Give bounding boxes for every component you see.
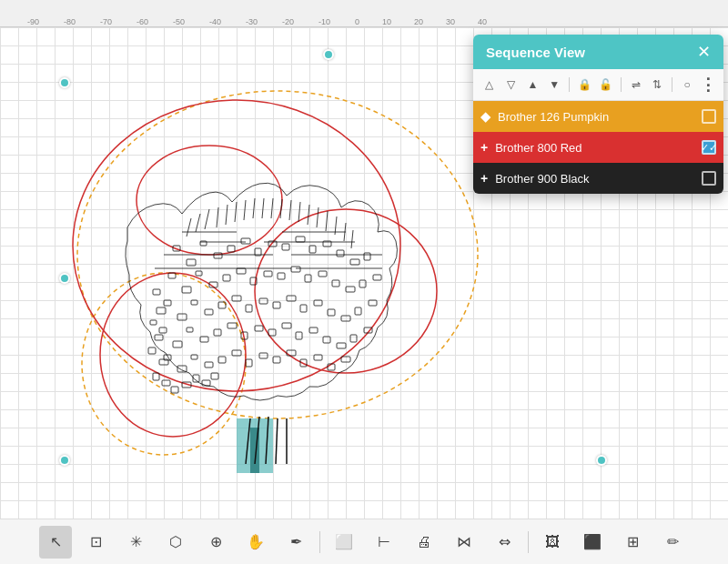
svg-rect-58: [164, 300, 171, 306]
svg-point-3: [100, 273, 246, 437]
black-layer-checkbox[interactable]: [702, 171, 716, 186]
svg-rect-50: [278, 273, 285, 279]
svg-rect-61: [205, 309, 213, 315]
svg-rect-112: [171, 387, 178, 393]
svg-point-5: [136, 146, 282, 255]
svg-line-11: [217, 207, 218, 227]
panel-header: Sequence View ✕: [473, 35, 723, 69]
svg-line-22: [317, 207, 318, 227]
zoom-tool-button[interactable]: ⊕: [199, 526, 232, 559]
toolbar-separator-2: [528, 531, 529, 553]
svg-rect-81: [255, 326, 263, 331]
svg-rect-32: [241, 238, 250, 244]
select-tool-button[interactable]: ↖: [39, 526, 72, 559]
image-button[interactable]: 🖼: [536, 526, 569, 559]
svg-line-128: [276, 418, 278, 464]
layer-row-pumpkin[interactable]: ◆ Brother 126 Pumpkin: [473, 101, 723, 132]
svg-rect-77: [200, 337, 208, 342]
move-down-icon[interactable]: ▽: [502, 76, 521, 94]
flip-v-icon[interactable]: ⇅: [648, 76, 666, 94]
more-options-icon[interactable]: ⋮: [700, 75, 716, 95]
sequence-panel: Sequence View ✕ △ ▽ ▲ ▼ 🔒 🔓 ⇌ ⇅ ○ ⋮ ◆ Br…: [473, 35, 723, 194]
svg-rect-43: [182, 287, 191, 293]
image3-button[interactable]: ⊞: [616, 526, 649, 559]
svg-line-9: [196, 214, 200, 232]
svg-rect-44: [196, 271, 202, 276]
svg-line-21: [308, 205, 309, 225]
node-edit-tool-button[interactable]: ✳: [119, 526, 152, 559]
crop-button[interactable]: ⊢: [368, 526, 400, 559]
layer-row-black[interactable]: + Brother 900 Black: [473, 163, 723, 194]
svg-rect-93: [205, 362, 213, 368]
svg-rect-74: [159, 327, 167, 333]
svg-rect-79: [228, 323, 237, 328]
svg-line-15: [253, 198, 255, 218]
handle-top-left[interactable]: [59, 77, 70, 88]
svg-rect-68: [300, 305, 307, 312]
svg-point-0: [77, 91, 478, 418]
unlock-icon[interactable]: 🔓: [597, 76, 615, 94]
svg-rect-65: [259, 298, 268, 304]
svg-rect-56: [359, 280, 366, 287]
toolbar-separator: [319, 531, 320, 553]
edit-button[interactable]: ✏: [656, 526, 689, 559]
print-button[interactable]: 🖨: [408, 526, 440, 559]
tree-illustration: [55, 64, 500, 500]
layer-row-red[interactable]: + Brother 800 Red ✓: [473, 132, 723, 163]
move-up-icon[interactable]: △: [480, 76, 499, 94]
svg-rect-88: [350, 335, 357, 342]
pen-tool-button[interactable]: ✒: [279, 526, 312, 559]
svg-rect-107: [155, 335, 163, 340]
move-top-icon[interactable]: ▲: [524, 76, 542, 94]
handle-bottom-middle[interactable]: [596, 455, 607, 466]
svg-rect-35: [282, 244, 289, 250]
svg-rect-96: [246, 359, 252, 367]
align-tool-button[interactable]: ⊡: [79, 526, 112, 559]
svg-rect-78: [214, 329, 221, 336]
svg-rect-111: [162, 380, 170, 386]
flip-h-icon[interactable]: ⇌: [627, 76, 645, 94]
panel-close-button[interactable]: ✕: [697, 44, 711, 60]
svg-rect-47: [237, 268, 246, 274]
handle-bottom-left[interactable]: [59, 455, 70, 466]
red-layer-checkbox[interactable]: ✓: [702, 140, 716, 155]
toolbar-separator-2: [621, 77, 622, 92]
svg-rect-67: [287, 296, 296, 301]
svg-rect-84: [296, 332, 302, 339]
svg-rect-86: [323, 337, 330, 343]
svg-rect-116: [211, 373, 218, 379]
black-layer-label: Brother 900 Black: [495, 172, 702, 186]
svg-rect-51: [291, 267, 300, 272]
circle-icon[interactable]: ○: [678, 76, 696, 94]
svg-rect-39: [337, 250, 344, 257]
svg-rect-37: [309, 246, 316, 253]
svg-rect-108: [148, 347, 156, 354]
image2-button[interactable]: ⬛: [576, 526, 609, 559]
pan-tool-button[interactable]: ✋: [239, 526, 272, 559]
svg-rect-54: [332, 280, 339, 287]
svg-rect-87: [337, 343, 346, 348]
rect-select-button[interactable]: ⬜: [328, 526, 360, 559]
lock-icon[interactable]: 🔒: [575, 76, 593, 94]
bottom-toolbar: ↖ ⊡ ✳ ⬡ ⊕ ✋ ✒ ⬜ ⊢ 🖨 ⋈ ⇔ 🖼 ⬛ ⊞ ✏: [0, 519, 728, 564]
svg-rect-49: [264, 271, 272, 277]
svg-line-23: [326, 211, 328, 231]
handle-top-middle[interactable]: [323, 49, 334, 60]
lasso-tool-button[interactable]: ⬡: [159, 526, 192, 559]
handle-middle-left[interactable]: [59, 273, 70, 284]
weld-button[interactable]: ⋈: [448, 526, 480, 559]
pumpkin-layer-label: Brother 126 Pumpkin: [498, 110, 702, 124]
move-bottom-icon[interactable]: ▼: [545, 76, 563, 94]
svg-rect-101: [314, 355, 322, 360]
svg-rect-53: [318, 271, 327, 277]
pumpkin-layer-icon: ◆: [480, 109, 490, 124]
svg-line-14: [244, 200, 246, 220]
svg-rect-40: [350, 259, 359, 265]
toolbar-separator-3: [672, 77, 672, 92]
svg-rect-71: [341, 316, 350, 321]
pumpkin-layer-checkbox[interactable]: [702, 109, 716, 124]
flip-button[interactable]: ⇔: [488, 526, 521, 559]
svg-rect-69: [314, 300, 322, 306]
svg-rect-85: [309, 327, 318, 333]
svg-rect-73: [369, 300, 377, 306]
